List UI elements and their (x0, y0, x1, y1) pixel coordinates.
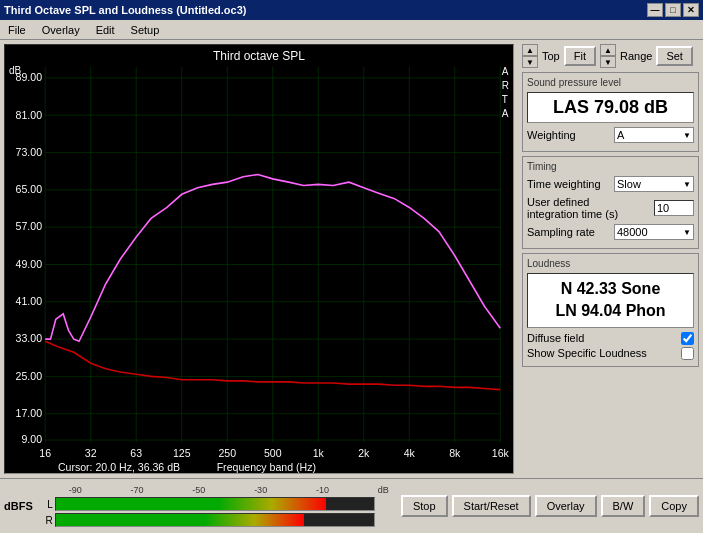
meter-left-row: L (41, 497, 397, 511)
svg-text:25.00: 25.00 (16, 370, 42, 382)
time-weighting-label: Time weighting (527, 178, 601, 190)
left-channel-label: L (41, 499, 53, 510)
left-meter-fill (56, 498, 326, 510)
svg-text:250: 250 (218, 446, 236, 458)
svg-text:41.00: 41.00 (16, 295, 42, 307)
weighting-value: A (617, 129, 624, 141)
window-title: Third Octave SPL and Loudness (Untitled.… (4, 4, 246, 16)
chart-area: Third octave SPL dB ARTA (4, 44, 514, 474)
range-label: Range (620, 50, 652, 62)
top-down-arrow[interactable]: ▼ (522, 56, 538, 68)
chart-svg: 89.00 81.00 73.00 65.00 57.00 49.00 41.0… (5, 45, 513, 473)
top-up-arrow[interactable]: ▲ (522, 44, 538, 56)
svg-text:4k: 4k (404, 446, 416, 458)
loudness-line1: N 42.33 Sone (532, 278, 689, 300)
bw-button[interactable]: B/W (601, 495, 646, 517)
svg-text:17.00: 17.00 (16, 407, 42, 419)
meter-scale-row: -90 -70 -50 -30 -10 dB (41, 485, 397, 495)
svg-text:Frequency band (Hz): Frequency band (Hz) (217, 461, 316, 473)
overlay-button[interactable]: Overlay (535, 495, 597, 517)
integration-input[interactable] (654, 200, 694, 216)
specific-loudness-row: Show Specific Loudness (527, 347, 694, 360)
diffuse-checkbox[interactable] (681, 332, 694, 345)
sampling-value: 48000 (617, 226, 648, 238)
action-buttons: Stop Start/Reset Overlay B/W Copy (401, 495, 699, 517)
diffuse-label: Diffuse field (527, 332, 584, 344)
svg-text:2k: 2k (358, 446, 370, 458)
time-weighting-value: Slow (617, 178, 641, 190)
specific-checkbox[interactable] (681, 347, 694, 360)
top-controls: ▲ ▼ Top Fit ▲ ▼ Range Set (522, 44, 699, 68)
top-arrows: ▲ ▼ (522, 44, 538, 68)
svg-text:8k: 8k (449, 446, 461, 458)
integration-label: User definedintegration time (s) (527, 196, 618, 220)
fit-button[interactable]: Fit (564, 46, 596, 66)
svg-text:57.00: 57.00 (16, 220, 42, 232)
svg-text:89.00: 89.00 (16, 71, 42, 83)
diffuse-row: Diffuse field (527, 332, 694, 345)
menu-bar: File Overlay Edit Setup (0, 20, 703, 40)
loudness-panel: Loudness N 42.33 Sone LN 94.04 Phon Diff… (522, 253, 699, 367)
svg-text:33.00: 33.00 (16, 332, 42, 344)
title-bar: Third Octave SPL and Loudness (Untitled.… (0, 0, 703, 20)
svg-text:1k: 1k (313, 446, 325, 458)
svg-text:65.00: 65.00 (16, 183, 42, 195)
right-meter-bar (55, 513, 375, 527)
svg-text:16: 16 (39, 446, 51, 458)
sampling-label: Sampling rate (527, 226, 595, 238)
weighting-label: Weighting (527, 129, 576, 141)
svg-text:Cursor:  20.0 Hz, 36.36 dB: Cursor: 20.0 Hz, 36.36 dB (58, 461, 180, 473)
time-weighting-dropdown-arrow: ▼ (683, 180, 691, 189)
svg-text:73.00: 73.00 (16, 146, 42, 158)
timing-panel: Timing Time weighting Slow ▼ User define… (522, 156, 699, 249)
stop-button[interactable]: Stop (401, 495, 448, 517)
time-weighting-row: Time weighting Slow ▼ (527, 176, 694, 192)
spl-value: LAS 79.08 dB (527, 92, 694, 123)
sampling-row: Sampling rate 48000 ▼ (527, 224, 694, 240)
weighting-row: Weighting A ▼ (527, 127, 694, 143)
minimize-button[interactable]: — (647, 3, 663, 17)
svg-text:125: 125 (173, 446, 191, 458)
weighting-dropdown[interactable]: A ▼ (614, 127, 694, 143)
window-controls: — □ ✕ (647, 3, 699, 17)
bottom-bar: dBFS -90 -70 -50 -30 -10 dB L R (0, 478, 703, 533)
svg-text:81.00: 81.00 (16, 108, 42, 120)
left-meter-bar (55, 497, 375, 511)
menu-file[interactable]: File (4, 23, 30, 37)
copy-button[interactable]: Copy (649, 495, 699, 517)
svg-text:16k: 16k (492, 446, 510, 458)
integration-row: User definedintegration time (s) (527, 196, 694, 220)
svg-text:32: 32 (85, 446, 97, 458)
loudness-line2: LN 94.04 Phon (532, 300, 689, 322)
maximize-button[interactable]: □ (665, 3, 681, 17)
sampling-dropdown[interactable]: 48000 ▼ (614, 224, 694, 240)
menu-setup[interactable]: Setup (127, 23, 164, 37)
timing-title: Timing (527, 161, 694, 172)
time-weighting-dropdown[interactable]: Slow ▼ (614, 176, 694, 192)
spl-panel: Sound pressure level LAS 79.08 dB Weight… (522, 72, 699, 152)
start-reset-button[interactable]: Start/Reset (452, 495, 531, 517)
svg-text:500: 500 (264, 446, 282, 458)
weighting-dropdown-arrow: ▼ (683, 131, 691, 140)
top-label: Top (542, 50, 560, 62)
right-panel: ▲ ▼ Top Fit ▲ ▼ Range Set Sound pressure… (518, 40, 703, 478)
sampling-dropdown-arrow: ▼ (683, 228, 691, 237)
menu-overlay[interactable]: Overlay (38, 23, 84, 37)
set-button[interactable]: Set (656, 46, 693, 66)
range-down-arrow[interactable]: ▼ (600, 56, 616, 68)
right-meter-fill (56, 514, 304, 526)
menu-edit[interactable]: Edit (92, 23, 119, 37)
range-up-arrow[interactable]: ▲ (600, 44, 616, 56)
spl-panel-title: Sound pressure level (527, 77, 694, 88)
dbfs-label: dBFS (4, 500, 33, 512)
meter-scale: -90 -70 -50 -30 -10 dB (69, 485, 389, 495)
loudness-value: N 42.33 Sone LN 94.04 Phon (527, 273, 694, 328)
specific-label: Show Specific Loudness (527, 347, 647, 359)
right-channel-label: R (41, 515, 53, 526)
main-content: Third octave SPL dB ARTA (0, 40, 703, 478)
svg-text:63: 63 (130, 446, 142, 458)
svg-text:49.00: 49.00 (16, 258, 42, 270)
loudness-title: Loudness (527, 258, 694, 269)
close-button[interactable]: ✕ (683, 3, 699, 17)
range-arrows: ▲ ▼ (600, 44, 616, 68)
